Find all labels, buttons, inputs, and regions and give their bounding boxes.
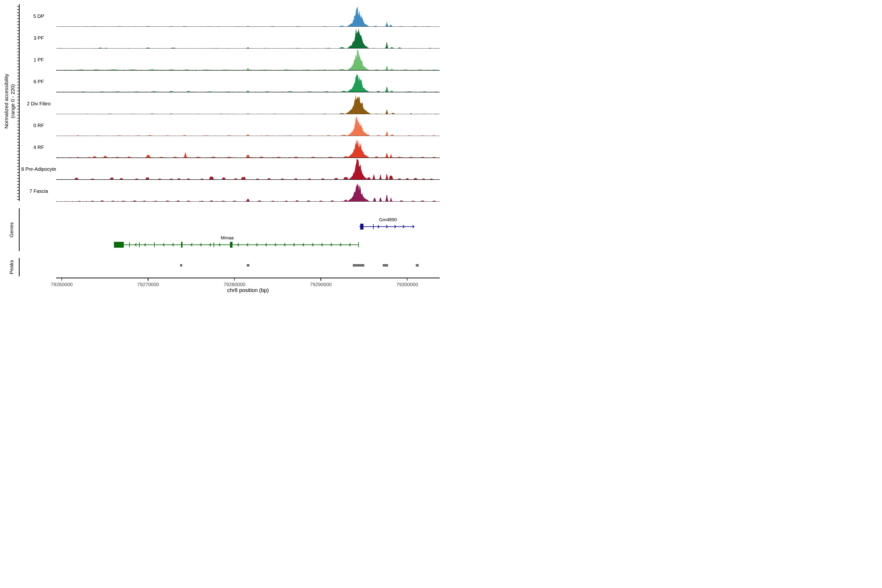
- y-axis-tick: [17, 112, 19, 112]
- y-axis-tick: [17, 142, 19, 142]
- x-axis-tick-label: 79290000: [302, 282, 340, 287]
- peak-interval-box: [416, 264, 419, 267]
- y-axis-tick: [17, 154, 19, 154]
- coverage-track-5-dp: [56, 6, 440, 27]
- y-axis-tick: [17, 64, 19, 64]
- track-baseline: [56, 158, 440, 158]
- gene-exon: [373, 224, 374, 230]
- coverage-track-7-fascia: [56, 181, 440, 202]
- y-axis-tick: [17, 157, 19, 158]
- y-axis-tick: [17, 151, 19, 152]
- track-label: 2 Div Fibro: [14, 101, 63, 106]
- coverage-track-3-pf: [56, 28, 440, 48]
- gene-model-mmaa: Mmaa: [114, 235, 359, 248]
- coverage-signal-area: [56, 73, 440, 92]
- track-baseline: [56, 136, 440, 136]
- y-axis-tick: [17, 27, 19, 28]
- genes-section-label: Genes: [9, 222, 15, 237]
- track-baseline: [56, 70, 440, 70]
- x-axis-tick-label: 79280000: [215, 282, 254, 287]
- y-axis-tick: [17, 48, 19, 49]
- track-label: 0 RF: [14, 123, 63, 128]
- y-axis-tick: [17, 160, 19, 160]
- y-axis-tick: [17, 67, 19, 67]
- genes-axis-line: [19, 208, 20, 251]
- coverage-signal-area: [56, 6, 440, 27]
- track-label: 7 Fascia: [14, 188, 63, 194]
- coverage-track-2-div-fibro: [56, 94, 440, 114]
- y-axis-tick: [17, 21, 19, 22]
- track-baseline: [56, 179, 440, 180]
- x-axis-tick-label: 79270000: [129, 282, 168, 287]
- coverage-signal-area: [56, 138, 440, 158]
- gene-exon: [360, 224, 363, 230]
- y-axis-tick: [17, 184, 19, 185]
- y-axis-tick: [17, 136, 19, 136]
- y-axis-tick: [17, 187, 19, 188]
- gene-name-label: Gm4890: [379, 217, 397, 222]
- track-baseline: [56, 92, 440, 92]
- gene-exon: [358, 242, 359, 248]
- y-axis-tick: [17, 55, 19, 55]
- y-axis-tick: [17, 91, 19, 91]
- coverage-signal-area: [56, 94, 440, 114]
- y-axis-tick: [17, 109, 19, 109]
- x-axis-tick: [148, 278, 148, 281]
- x-axis-title: chr8 position (bp): [56, 287, 440, 294]
- y-axis-tick: [17, 76, 19, 76]
- y-axis-tick: [17, 34, 19, 34]
- y-axis-tick: [17, 24, 19, 25]
- coverage-track-4-rf: [56, 137, 440, 158]
- y-axis-tick: [17, 70, 19, 70]
- y-axis-tick: [17, 199, 19, 200]
- track-baseline: [56, 114, 440, 114]
- track-label: 1 PF: [14, 57, 63, 63]
- y-axis-tick: [17, 97, 19, 97]
- y-axis-tick: [17, 133, 19, 134]
- track-label: 8 Pre-Adipocyte: [14, 166, 63, 172]
- y-axis-tick: [17, 139, 19, 140]
- coverage-signal-area: [56, 159, 440, 180]
- y-axis-tick: [17, 12, 19, 13]
- y-axis-tick: [17, 6, 19, 7]
- track-baseline: [56, 201, 440, 202]
- track-baseline: [56, 48, 440, 49]
- peak-interval-box: [353, 264, 364, 267]
- y-axis-tick: [17, 175, 19, 176]
- gene-name-label: Mmaa: [221, 235, 234, 240]
- y-axis-tick: [17, 52, 19, 52]
- coverage-plot-figure: Normalized accessibility (range 0 - 220)…: [0, 0, 441, 294]
- gene-exon: [214, 242, 214, 248]
- y-axis-label-line1: Normalized accessibility: [3, 74, 9, 129]
- coverage-track-8-pre-adipocyte: [56, 159, 440, 180]
- y-axis-tick: [17, 43, 19, 43]
- x-axis-tick: [407, 278, 408, 281]
- peaks-section-label: Peaks: [9, 260, 15, 274]
- y-axis-tick: [17, 115, 19, 116]
- y-axis-tick: [17, 100, 19, 100]
- y-axis-tick: [17, 130, 19, 130]
- coverage-signal-area: [56, 50, 440, 70]
- y-axis-tick: [17, 181, 19, 182]
- track-label: 5 DP: [14, 14, 63, 19]
- gene-exon: [154, 242, 155, 248]
- y-axis-tick: [17, 172, 19, 173]
- y-axis-tick: [17, 94, 19, 94]
- x-axis-tick-label: 79260000: [42, 282, 81, 287]
- x-axis-tick: [321, 278, 321, 281]
- x-axis-tick: [234, 278, 235, 281]
- track-label: 3 PF: [14, 35, 63, 41]
- y-axis-tick: [17, 46, 19, 46]
- peak-interval-box: [383, 264, 388, 267]
- peak-interval-box: [247, 264, 249, 267]
- gene-model-gm4890: Gm4890: [359, 217, 414, 230]
- gene-exon: [114, 242, 124, 248]
- gene-exon: [129, 242, 130, 248]
- coverage-signal-area: [56, 183, 440, 202]
- y-axis-tick: [17, 118, 19, 118]
- coverage-track-6-pf: [56, 72, 440, 92]
- coverage-track-1-pf: [56, 50, 440, 70]
- y-axis-tick: [17, 73, 19, 73]
- y-axis-tick: [17, 30, 19, 31]
- track-label: 4 RF: [14, 144, 63, 150]
